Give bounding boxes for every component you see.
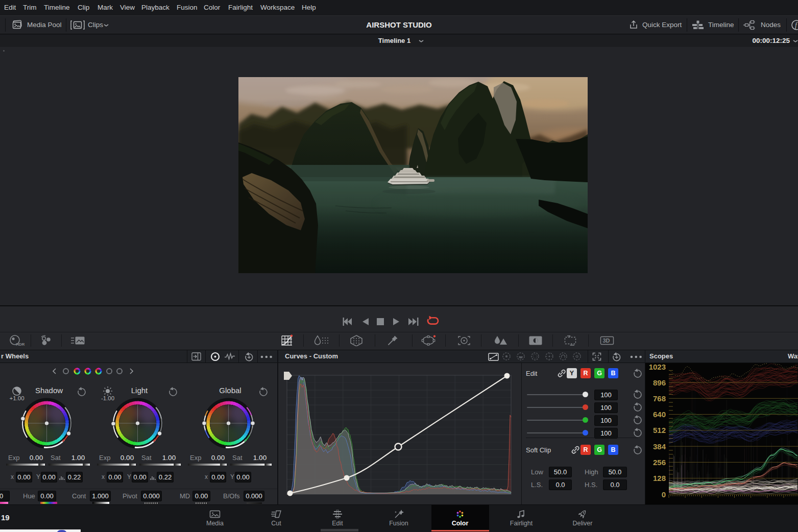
svg-text:256: 256 (653, 458, 666, 467)
svg-text:1023: 1023 (649, 363, 666, 371)
svg-text:896: 896 (653, 378, 666, 387)
svg-text:384: 384 (653, 442, 666, 451)
svg-text:0: 0 (662, 490, 666, 499)
svg-text:128: 128 (653, 474, 666, 482)
svg-text:512: 512 (653, 426, 666, 434)
svg-text:768: 768 (653, 394, 666, 403)
svg-text:3D: 3D (603, 337, 610, 344)
svg-text:HDR: HDR (16, 342, 25, 347)
svg-text:640: 640 (653, 410, 666, 419)
svg-text:f: f (795, 21, 798, 29)
